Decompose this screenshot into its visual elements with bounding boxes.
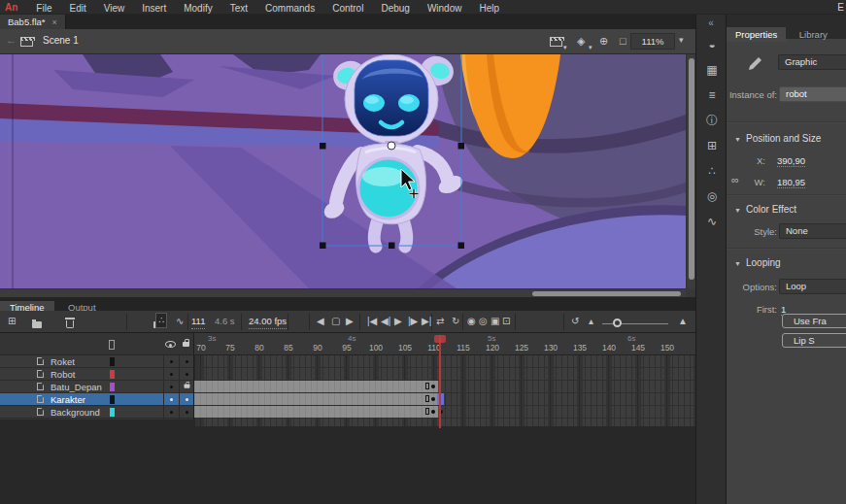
use-frame-picker-button[interactable]: Use Fra: [782, 314, 846, 328]
frame-size-large-icon[interactable]: ▲: [678, 315, 688, 328]
w-value[interactable]: 180,95: [777, 177, 805, 188]
menu-item-modify[interactable]: Modify: [175, 3, 220, 14]
loop-options-dropdown[interactable]: Loop: [779, 279, 846, 294]
document-tab[interactable]: Bab5.fla*×: [0, 15, 66, 29]
layer-visibility-dot[interactable]: [170, 411, 173, 414]
new-layer-icon[interactable]: ⊞: [8, 315, 16, 328]
motion-editor-panel-icon[interactable]: ∿: [696, 209, 728, 234]
layer-row-roket[interactable]: Roket: [0, 355, 193, 368]
close-document-icon[interactable]: ×: [52, 17, 57, 27]
outline-color-column-icon[interactable]: [109, 340, 115, 350]
layer-visibility-dot[interactable]: [170, 373, 173, 376]
stage-zoom-level[interactable]: 111%: [630, 33, 675, 50]
style-dropdown[interactable]: None: [779, 223, 846, 239]
onion-skin-icon[interactable]: ◉: [467, 315, 476, 328]
menu-item-commands[interactable]: Commands: [256, 3, 323, 14]
edit-scene-icon[interactable]: [550, 37, 562, 47]
layer-lock-dot[interactable]: [186, 360, 188, 363]
frames-pane[interactable]: 3s4s5s6s70758085909510010511011512012513…: [194, 333, 695, 427]
symbol-type-dropdown[interactable]: Graphic: [778, 54, 846, 70]
layer-depth-icon[interactable]: ∿: [176, 315, 184, 328]
layer-visibility-dot[interactable]: [170, 398, 173, 401]
vscroll-thumb[interactable]: [689, 58, 694, 280]
frames-row-karakter[interactable]: [194, 393, 695, 406]
menu-item-control[interactable]: Control: [323, 3, 372, 14]
delete-layer-icon[interactable]: [66, 320, 74, 328]
center-frame-icon[interactable]: ▢: [331, 315, 340, 328]
lock-column-lock-icon[interactable]: [183, 342, 189, 347]
position-size-section-header[interactable]: Position and Size: [746, 133, 821, 144]
frames-row-background[interactable]: [194, 406, 695, 419]
collapse-dock-icon[interactable]: «: [696, 15, 726, 32]
edit-symbols-icon[interactable]: ◈: [577, 34, 585, 48]
layer-color-swatch[interactable]: [110, 408, 115, 417]
instance-name-field[interactable]: robot: [779, 86, 846, 102]
layer-color-swatch[interactable]: [110, 357, 115, 366]
onion-outline-icon[interactable]: ◎: [479, 315, 488, 328]
go-last-frame-icon[interactable]: ▶|: [422, 315, 431, 328]
timeline-zoom-knob[interactable]: [613, 319, 622, 327]
step-back-icon[interactable]: ◀: [317, 315, 324, 328]
layer-row-background[interactable]: Background: [0, 406, 193, 419]
layer-color-swatch[interactable]: [110, 395, 115, 404]
x-value[interactable]: 390,90: [777, 155, 805, 167]
layer-color-swatch[interactable]: [110, 383, 115, 391]
disclosure-triangle-icon[interactable]: ▼: [734, 207, 741, 214]
stage-vertical-scrollbar[interactable]: [686, 54, 695, 288]
menu-item-insert[interactable]: Insert: [133, 3, 175, 14]
edit-symbols-dropdown-icon[interactable]: ▾: [589, 41, 592, 54]
menu-item-text[interactable]: Text: [221, 3, 256, 14]
menu-item-view[interactable]: View: [95, 3, 134, 14]
layer-lock-dot[interactable]: [186, 411, 188, 414]
looping-section-header[interactable]: Looping: [746, 257, 781, 268]
transform-point[interactable]: [388, 142, 395, 150]
prev-frame-icon[interactable]: ◀|: [381, 315, 390, 328]
layer-row-karakter[interactable]: Karakter: [0, 393, 193, 406]
menu-item-file[interactable]: File: [27, 3, 60, 14]
center-stage-icon[interactable]: ⊕: [599, 34, 608, 48]
layer-visibility-dot[interactable]: [170, 360, 173, 363]
disclosure-triangle-icon[interactable]: ▼: [734, 260, 741, 267]
move-playhead-icon[interactable]: ⇄: [436, 315, 444, 328]
clip-content-icon[interactable]: □: [620, 34, 626, 48]
playhead-line[interactable]: [439, 335, 441, 428]
menu-item-edit[interactable]: Edit: [60, 3, 94, 14]
layer-row-robot[interactable]: Robot: [0, 368, 193, 381]
layer-visibility-dot[interactable]: [170, 386, 173, 388]
layer-parenting-icon[interactable]: ∴: [155, 313, 167, 328]
frames-row-batu_depan[interactable]: [194, 381, 695, 393]
frames-row-roket[interactable]: [194, 355, 695, 368]
modify-markers-icon[interactable]: ⊡: [502, 315, 510, 328]
frames-row-robot[interactable]: [194, 368, 695, 381]
align-panel-icon[interactable]: ≡: [696, 83, 728, 108]
color-panel-icon[interactable]: ◒: [696, 32, 728, 57]
back-arrow-icon[interactable]: ←: [6, 34, 17, 46]
layer-color-swatch[interactable]: [110, 370, 115, 379]
edit-scene-dropdown-icon[interactable]: ▾: [563, 41, 567, 54]
info-panel-icon[interactable]: ⓘ: [696, 108, 728, 133]
zoom-dropdown-icon[interactable]: ▾: [679, 35, 684, 45]
disclosure-triangle-icon[interactable]: ▼: [734, 136, 741, 143]
lip-sync-button[interactable]: Lip S: [782, 333, 846, 348]
hscroll-thumb[interactable]: [532, 291, 681, 296]
frame-rate-indicator[interactable]: 24.00 fps: [249, 315, 287, 329]
menu-item-help[interactable]: Help: [470, 3, 508, 14]
layer-row-batu_depan[interactable]: Batu_Depan: [0, 381, 193, 393]
color-effect-section-header[interactable]: Color Effect: [746, 204, 796, 215]
playhead-marker[interactable]: [434, 335, 446, 343]
play-icon[interactable]: ▶: [394, 315, 402, 328]
go-first-frame-icon[interactable]: |◀: [367, 315, 377, 328]
workspace-switcher-button[interactable]: E: [837, 0, 844, 15]
next-frame-icon[interactable]: |▶: [408, 315, 418, 328]
stage-canvas[interactable]: [0, 54, 686, 288]
stage-horizontal-scrollbar[interactable]: [0, 288, 686, 297]
reset-timeline-zoom-icon[interactable]: ↺: [571, 315, 579, 328]
layer-lock-dot[interactable]: [186, 373, 188, 376]
layer-lock-icon[interactable]: [185, 384, 190, 387]
tab-properties[interactable]: Properties: [727, 27, 786, 42]
menu-item-debug[interactable]: Debug: [372, 3, 418, 14]
swatches-panel-icon[interactable]: ▦: [696, 57, 728, 83]
current-frame-indicator[interactable]: 111: [191, 315, 205, 329]
edit-multiple-frames-icon[interactable]: ▣: [491, 315, 499, 328]
frame-size-small-icon[interactable]: ▴: [589, 315, 593, 328]
